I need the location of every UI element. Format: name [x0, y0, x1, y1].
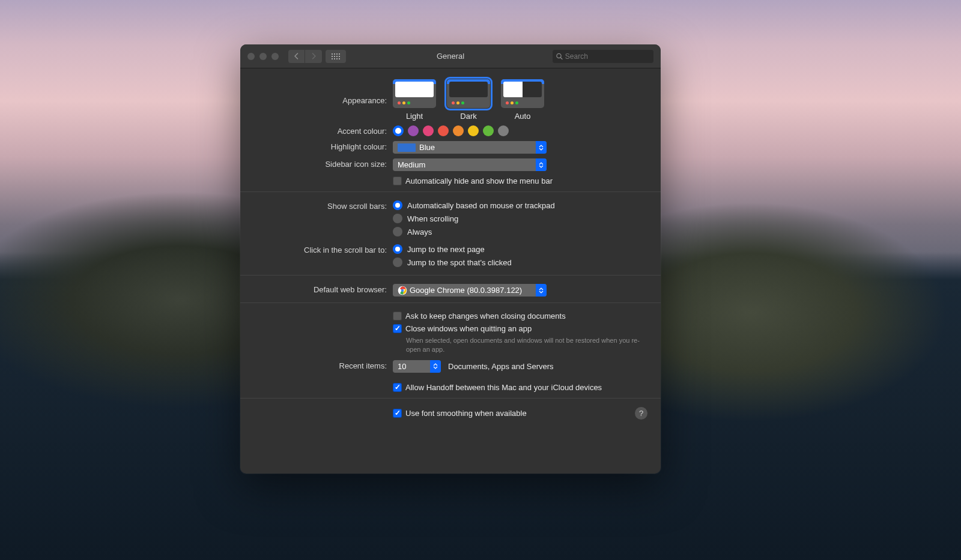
separator [240, 398, 661, 399]
separator [240, 191, 661, 192]
handoff-label: Allow Handoff between this Mac and your … [405, 383, 602, 392]
svg-rect-7 [339, 56, 340, 57]
svg-rect-0 [332, 53, 333, 55]
accent-swatch-5[interactable] [468, 125, 479, 136]
back-button[interactable] [288, 50, 305, 63]
svg-rect-5 [334, 56, 335, 57]
svg-rect-1 [334, 53, 335, 55]
titlebar: General [240, 44, 661, 68]
default-browser-select[interactable]: Google Chrome (80.0.3987.122) [393, 284, 547, 297]
browser-value: Google Chrome (80.0.3987.122) [410, 286, 522, 295]
sidebar-icon-label: Sidebar icon size: [253, 158, 393, 169]
separator [240, 275, 661, 275]
svg-rect-6 [336, 56, 338, 57]
recent-items-label: Recent items: [253, 360, 393, 370]
search-input[interactable] [565, 52, 650, 61]
show-all-button[interactable] [326, 50, 346, 63]
scrollbars-radio-scrolling[interactable] [393, 214, 402, 223]
accent-swatch-1[interactable] [408, 125, 419, 136]
svg-rect-9 [334, 58, 335, 59]
recent-items-suffix: Documents, Apps and Servers [448, 362, 554, 371]
appearance-auto-label: Auto [515, 112, 531, 121]
minimize-button[interactable] [259, 53, 267, 60]
accent-swatch-7[interactable] [498, 125, 509, 136]
scrollbars-opt-0: Automatically based on mouse or trackpad [407, 201, 555, 210]
preferences-content: Appearance: Light Dark Auto [240, 68, 661, 436]
click-scrollbar-opt-1: Jump to the spot that's clicked [407, 258, 512, 267]
svg-line-13 [560, 57, 562, 59]
menubar-autohide-label: Automatically hide and show the menu bar [405, 176, 553, 185]
nav-segment [288, 50, 322, 63]
click-scrollbar-opt-0: Jump to the next page [407, 245, 485, 254]
traffic-lights [247, 53, 279, 60]
chevron-updown-icon [430, 360, 441, 373]
close-windows-label: Close windows when quitting an app [405, 324, 532, 333]
close-windows-hint: When selected, open documents and window… [406, 336, 647, 354]
appearance-option-dark[interactable]: Dark [447, 79, 490, 121]
ask-keep-changes-label: Ask to keep changes when closing documen… [405, 312, 566, 321]
sidebar-icon-value: Medium [398, 160, 425, 169]
accent-swatch-3[interactable] [438, 125, 449, 136]
scrollbars-radio-always[interactable] [393, 227, 402, 236]
click-scrollbar-label: Click in the scroll bar to: [253, 244, 393, 254]
font-smoothing-label: Use font smoothing when available [405, 409, 527, 418]
accent-swatches [393, 125, 647, 136]
highlight-label: Highlight colour: [253, 141, 393, 151]
click-scrollbar-radio-spot[interactable] [393, 257, 402, 267]
chrome-icon [398, 286, 407, 295]
menubar-autohide-checkbox[interactable] [393, 176, 402, 185]
svg-rect-2 [336, 53, 338, 55]
window-title: General [437, 52, 464, 61]
font-smoothing-checkbox[interactable] [393, 409, 402, 418]
recent-items-select[interactable]: 10 [393, 360, 441, 373]
highlight-value: Blue [419, 143, 435, 152]
separator [240, 303, 661, 303]
accent-label: Accent colour: [253, 125, 393, 136]
scrollbars-opt-1: When scrolling [407, 214, 458, 223]
handoff-checkbox[interactable] [393, 383, 402, 392]
zoom-button[interactable] [271, 53, 279, 60]
close-windows-checkbox[interactable] [393, 324, 402, 333]
accent-swatch-0[interactable] [393, 125, 404, 136]
svg-rect-8 [332, 58, 333, 59]
svg-rect-10 [336, 58, 338, 59]
svg-rect-3 [339, 53, 340, 55]
browser-label: Default web browser: [253, 284, 393, 294]
svg-rect-11 [339, 58, 340, 59]
forward-button[interactable] [305, 50, 322, 63]
svg-rect-4 [332, 56, 333, 57]
preferences-window: General Appearance: Light Dark [240, 44, 661, 474]
ask-keep-changes-checkbox[interactable] [393, 312, 402, 321]
highlight-select[interactable]: Blue [393, 141, 547, 154]
scrollbars-radio-auto[interactable] [393, 200, 402, 210]
close-button[interactable] [247, 53, 255, 60]
chevron-updown-icon [536, 284, 547, 297]
highlight-swatch-icon [398, 143, 416, 152]
accent-swatch-6[interactable] [483, 125, 494, 136]
recent-items-value: 10 [398, 362, 406, 371]
click-scrollbar-radio-page[interactable] [393, 244, 402, 254]
appearance-label: Appearance: [253, 79, 393, 105]
chevron-updown-icon [536, 158, 547, 171]
scrollbars-opt-2: Always [407, 227, 432, 236]
chevron-updown-icon [536, 141, 547, 154]
scrollbars-label: Show scroll bars: [253, 200, 393, 211]
accent-swatch-2[interactable] [423, 125, 434, 136]
appearance-option-light[interactable]: Light [393, 79, 436, 121]
appearance-dark-label: Dark [460, 112, 476, 121]
accent-swatch-4[interactable] [453, 125, 464, 136]
help-button[interactable]: ? [635, 407, 647, 420]
search-icon [556, 53, 563, 60]
sidebar-icon-select[interactable]: Medium [393, 158, 547, 171]
appearance-light-label: Light [406, 112, 423, 121]
appearance-option-auto[interactable]: Auto [501, 79, 544, 121]
search-field[interactable] [553, 50, 653, 63]
